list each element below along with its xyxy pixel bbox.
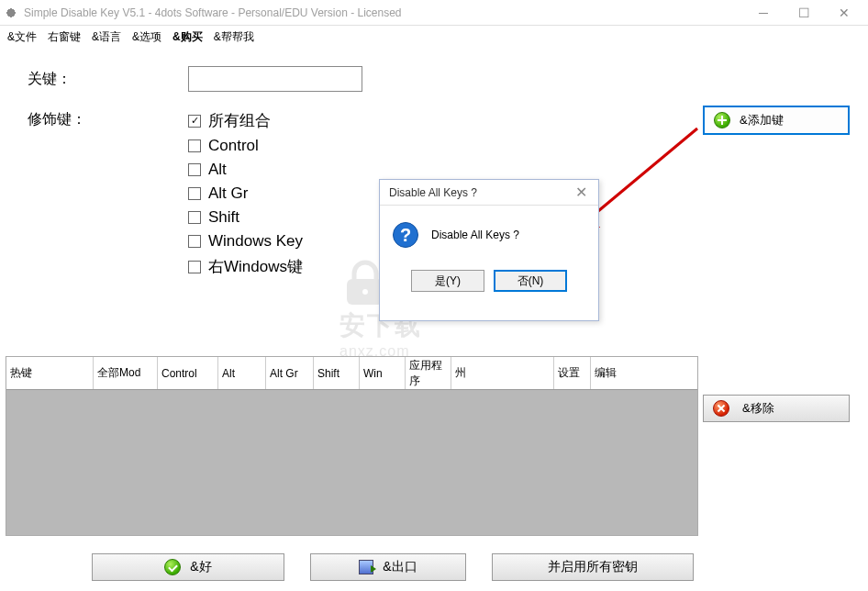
menu-file[interactable]: &文件 [7,29,37,45]
modifier-rightwin[interactable]: 右Windows键 [188,256,303,277]
delete-icon [713,400,729,417]
modifier-control-label: Control [208,137,259,155]
dialog-no-button[interactable]: 否(N) [494,270,567,292]
table-header: 热键 全部Mod Control Alt Alt Gr Shift Win 应用… [6,357,697,390]
close-button[interactable]: ✕ [824,0,864,26]
th-app[interactable]: 应用程序 [406,357,451,389]
app-icon [4,6,18,20]
th-allmod[interactable]: 全部Mod [94,357,158,389]
bottom-bar: &好 &出口 并启用所有密钥 [0,549,868,591]
svg-point-3 [362,289,368,295]
checkbox-icon[interactable] [188,211,201,224]
ok-label: &好 [190,559,211,575]
key-label: 关键： [28,70,188,89]
dialog-yes-button[interactable]: 是(Y) [411,270,484,292]
check-icon [164,559,181,575]
key-input[interactable] [188,66,362,92]
th-altgr[interactable]: Alt Gr [266,357,314,389]
modifier-control[interactable]: Control [188,137,303,155]
modifier-shift[interactable]: Shift [188,208,303,227]
modifier-list: ✓ 所有组合 Control Alt Alt Gr Shift Windo [188,110,303,277]
menubar: &文件 右窗键 &语言 &选项 &购买 &帮帮我 [0,26,868,48]
modifier-altgr-label: Alt Gr [208,184,248,203]
question-icon: ? [393,222,418,248]
dialog-buttons: 是(Y) 否(N) [380,264,598,301]
th-hotkey[interactable]: 热键 [6,357,94,389]
enable-all-button[interactable]: 并启用所有密钥 [492,553,694,581]
dialog-body: ? Disable All Keys ? [380,206,598,264]
modifier-label: 修饰键： [28,110,188,129]
menu-buy[interactable]: &购买 [172,29,203,45]
menu-options[interactable]: &选项 [132,29,161,45]
menu-help[interactable]: &帮帮我 [214,29,254,45]
checkbox-icon[interactable] [188,163,201,176]
remove-label: &移除 [742,400,774,417]
modifier-alt[interactable]: Alt [188,161,303,179]
modifier-all-label: 所有组合 [208,110,271,131]
add-key-button[interactable]: &添加键 [703,106,850,135]
th-control[interactable]: Control [158,357,218,389]
dialog-titlebar: Disable All Keys ? ✕ [380,180,598,206]
checkbox-icon[interactable] [188,139,201,152]
checkbox-icon[interactable] [188,235,201,248]
exit-icon [359,560,373,574]
window-controls: ─ ☐ ✕ [743,0,864,26]
add-key-label: &添加键 [740,112,784,128]
th-state[interactable]: 州 [451,357,554,389]
checkbox-icon[interactable] [188,261,201,273]
maximize-button[interactable]: ☐ [784,0,824,26]
exit-label: &出口 [383,559,417,575]
plus-icon [714,112,730,128]
hotkey-table: 热键 全部Mod Control Alt Alt Gr Shift Win 应用… [6,356,698,536]
dialog-title-text: Disable All Keys ? [389,186,477,199]
remove-button[interactable]: &移除 [703,395,850,422]
modifier-alt-label: Alt [208,161,227,179]
window-title: Simple Disable Key V5.1 - 4dots Software… [24,6,743,19]
titlebar: Simple Disable Key V5.1 - 4dots Software… [0,0,868,26]
key-row: 关键： [28,66,850,92]
th-settings[interactable]: 设置 [554,357,591,389]
menu-language[interactable]: &语言 [92,29,121,45]
enable-all-label: 并启用所有密钥 [548,559,638,575]
menu-rightwin[interactable]: 右窗键 [48,29,81,45]
checkbox-icon[interactable] [188,187,201,200]
confirm-dialog: Disable All Keys ? ✕ ? Disable All Keys … [379,179,599,321]
exit-button[interactable]: &出口 [310,553,466,581]
th-edit[interactable]: 编辑 [591,357,646,389]
modifier-all[interactable]: ✓ 所有组合 [188,110,303,131]
th-alt[interactable]: Alt [218,357,266,389]
modifier-winkey[interactable]: Windows Key [188,232,303,251]
svg-rect-2 [347,279,384,305]
modifier-rightwin-label: 右Windows键 [208,256,303,277]
ok-button[interactable]: &好 [92,553,284,581]
minimize-button[interactable]: ─ [743,0,784,26]
dialog-close-button[interactable]: ✕ [570,184,593,201]
modifier-winkey-label: Windows Key [208,232,303,251]
checkbox-icon[interactable]: ✓ [188,115,201,128]
modifier-shift-label: Shift [208,208,239,227]
dialog-message: Disable All Keys ? [431,229,519,241]
th-win[interactable]: Win [360,357,406,389]
th-shift[interactable]: Shift [314,357,360,389]
modifier-altgr[interactable]: Alt Gr [188,184,303,203]
